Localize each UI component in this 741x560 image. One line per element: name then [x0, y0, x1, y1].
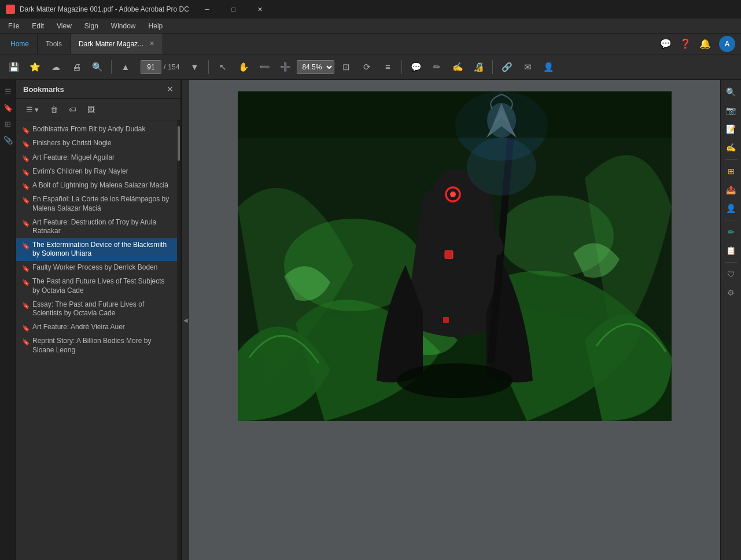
- avatar[interactable]: A: [719, 36, 735, 52]
- tab-tools-label: Tools: [46, 40, 62, 48]
- tab-close-button[interactable]: ✕: [149, 40, 154, 47]
- panel-delete-button[interactable]: 🗑: [46, 102, 61, 116]
- bookmark-text-3: Art Feature: Miguel Aguilar: [32, 153, 115, 163]
- page-total: 154: [168, 63, 179, 71]
- share-button[interactable]: 👤: [539, 58, 558, 76]
- sidebar-icon-bookmarks[interactable]: 🔖: [1, 101, 15, 115]
- svg-point-15: [397, 363, 513, 398]
- rs-snapshot-button[interactable]: 📷: [722, 102, 740, 119]
- rs-search-button[interactable]: 🔍: [722, 83, 740, 101]
- hand-tool[interactable]: ✋: [234, 58, 253, 76]
- sidebar-icon-thumbnails[interactable]: ⊞: [1, 117, 15, 131]
- rs-protect-button[interactable]: 🛡: [722, 266, 740, 283]
- fit-page-button[interactable]: ⊡: [337, 58, 355, 76]
- notification-icon[interactable]: 🔔: [699, 38, 711, 49]
- bookmark-button[interactable]: ⭐: [25, 58, 44, 76]
- tab-tools[interactable]: Tools: [38, 34, 71, 54]
- stamp-button[interactable]: 🔏: [469, 58, 488, 76]
- upload-button[interactable]: ☁: [46, 58, 65, 76]
- bookmark-item-2[interactable]: 🔖Finishers by Christi Nogle: [16, 137, 177, 150]
- toolbar-sep-1: [111, 60, 112, 74]
- bookmark-item-1[interactable]: 🔖Bodhisattva From Bit by Andy Dudak: [16, 123, 177, 137]
- help-icon[interactable]: ❓: [680, 38, 691, 49]
- rs-sep-3: [725, 262, 737, 263]
- rs-comment-button[interactable]: 📝: [722, 120, 740, 138]
- rotate-button[interactable]: ⟳: [357, 58, 376, 76]
- link-button[interactable]: 🔗: [497, 58, 516, 76]
- next-page-button[interactable]: ▼: [185, 58, 204, 76]
- bookmark-text-2: Finishers by Christi Nogle: [32, 139, 112, 148]
- bookmark-icon-6: 🔖: [22, 196, 29, 204]
- rs-user-button[interactable]: 👤: [722, 200, 740, 217]
- sidebar-icon-panels[interactable]: ☰: [1, 84, 15, 98]
- bookmark-item-10[interactable]: 🔖The Past and Future Lives of Test Subje…: [16, 275, 177, 297]
- bookmark-item-8[interactable]: 🔖The Extermination Device of the Blacksm…: [16, 238, 177, 261]
- rs-edit-button[interactable]: ✏: [722, 223, 740, 241]
- bookmark-item-5[interactable]: 🔖A Bolt of Lightning by Malena Salazar M…: [16, 179, 177, 193]
- bookmark-item-11[interactable]: 🔖Essay: The Past and Future Lives of Sci…: [16, 298, 177, 320]
- menu-window[interactable]: Window: [105, 20, 142, 32]
- panel-image-button[interactable]: 🖼: [83, 102, 98, 116]
- menu-view[interactable]: View: [51, 20, 78, 32]
- minimize-button[interactable]: ─: [194, 0, 220, 19]
- title-text: Dark Matter Magazine 001.pdf - Adobe Acr…: [20, 5, 189, 13]
- bookmark-list: 🔖Bodhisattva From Bit by Andy Dudak🔖Fini…: [16, 120, 177, 560]
- tab-document[interactable]: Dark Matter Magaz... ✕: [71, 34, 163, 54]
- panel-tag-button[interactable]: 🏷: [65, 102, 80, 116]
- zoom-out-small[interactable]: ➖: [255, 58, 274, 76]
- bookmark-text-1: Bodhisattva From Bit by Andy Dudak: [32, 125, 145, 134]
- cursor-tool[interactable]: ↖: [213, 58, 232, 76]
- bookmark-item-9[interactable]: 🔖Faulty Worker Process by Derrick Boden: [16, 261, 177, 275]
- menu-edit[interactable]: Edit: [26, 20, 50, 32]
- bookmark-icon-8: 🔖: [22, 242, 29, 250]
- maximize-button[interactable]: □: [220, 0, 247, 19]
- prev-page-button[interactable]: ▲: [116, 58, 135, 76]
- print-button[interactable]: 🖨: [67, 58, 86, 76]
- save-button[interactable]: 💾: [5, 58, 23, 76]
- chat-icon[interactable]: 💬: [660, 38, 672, 49]
- rs-organize-button[interactable]: ⊞: [722, 163, 740, 180]
- tab-home-label: Home: [10, 40, 29, 48]
- menu-sign[interactable]: Sign: [79, 20, 104, 32]
- bookmark-item-12[interactable]: 🔖Art Feature: André Vieira Auer: [16, 320, 177, 334]
- scroll-mode-button[interactable]: ≡: [378, 58, 397, 76]
- bookmark-item-7[interactable]: 🔖Art Feature: Destruction of Troy by Aru…: [16, 216, 177, 238]
- menu-file[interactable]: File: [2, 20, 25, 32]
- comment-button[interactable]: 💬: [407, 58, 425, 76]
- highlight-button[interactable]: ✍: [448, 58, 467, 76]
- bookmark-icon-7: 🔖: [22, 219, 29, 227]
- zoom-select[interactable]: 84.5% 50% 75% 100% 125% 150%: [297, 60, 334, 74]
- page-separator: /: [164, 63, 165, 71]
- pen-button[interactable]: ✏: [427, 58, 446, 76]
- sidebar-icon-attachments[interactable]: 📎: [1, 133, 15, 147]
- panel-close-button[interactable]: ✕: [167, 84, 174, 94]
- tab-home[interactable]: Home: [2, 34, 38, 54]
- rs-fillsign-button[interactable]: ✍: [722, 139, 740, 156]
- email-button[interactable]: ✉: [518, 58, 537, 76]
- bookmark-text-6: En Español: La Corte de los Relámpagos b…: [32, 195, 171, 213]
- svg-rect-18: [238, 91, 672, 138]
- rs-tools-button[interactable]: ⚙: [722, 284, 740, 301]
- panel-collapse-button[interactable]: ◀: [181, 80, 189, 560]
- rs-export-button[interactable]: 📤: [722, 181, 740, 198]
- rs-sep-1: [725, 159, 737, 160]
- menu-help[interactable]: Help: [143, 20, 169, 32]
- page-input[interactable]: [141, 60, 161, 74]
- close-button[interactable]: ✕: [247, 0, 274, 19]
- panel-scroll-thumb[interactable]: [178, 126, 180, 161]
- panel-options-button[interactable]: ☰ ▾: [22, 102, 43, 116]
- bookmark-item-3[interactable]: 🔖Art Feature: Miguel Aguilar: [16, 151, 177, 165]
- window-controls: ─ □ ✕: [194, 0, 274, 19]
- bookmark-item-6[interactable]: 🔖En Español: La Corte de los Relámpagos …: [16, 193, 177, 215]
- pdf-viewer[interactable]: [189, 80, 720, 560]
- svg-rect-14: [443, 317, 449, 323]
- zoom-in-small[interactable]: ➕: [276, 58, 294, 76]
- toolbar-sep-2: [208, 60, 209, 74]
- bookmark-icon-5: 🔖: [22, 182, 29, 190]
- bookmark-item-13[interactable]: 🔖Reprint Story: A Billion Bodies More by…: [16, 334, 177, 357]
- zoom-out-button[interactable]: 🔍: [88, 58, 106, 76]
- rs-clipboard-button[interactable]: 📋: [722, 242, 740, 259]
- panel-scrollbar[interactable]: [177, 120, 180, 560]
- panel-toolbar: ☰ ▾ 🗑 🏷 🖼: [16, 99, 180, 120]
- bookmark-item-4[interactable]: 🔖Evrim's Children by Ray Nayler: [16, 165, 177, 179]
